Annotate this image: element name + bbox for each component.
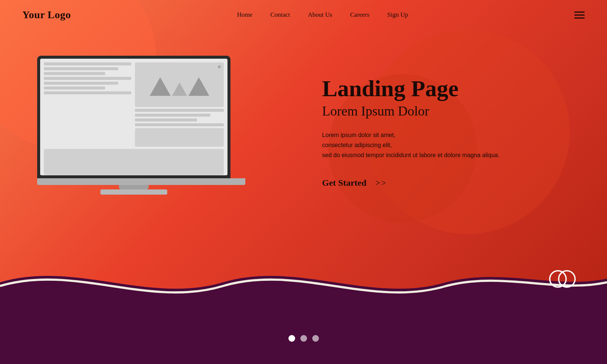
screen-line-2 (44, 67, 118, 70)
cta-label[interactable]: Get Started (322, 178, 367, 188)
screen-right-line-1 (135, 109, 224, 112)
mountain-big-2 (188, 77, 209, 96)
hamburger-menu[interactable] (574, 12, 585, 19)
mountain-icon (150, 77, 209, 96)
rings-icon (548, 264, 577, 294)
hero-body: Lorem ipsum dolor sit amet, consectetur … (322, 130, 585, 160)
screen-image-dot (218, 65, 221, 68)
rings-decoration (548, 264, 577, 295)
hero-left (22, 56, 293, 201)
svg-point-0 (550, 271, 566, 287)
screen-right-line-2 (135, 114, 210, 117)
hero-title: Landing Page (322, 76, 585, 101)
nav-item-home[interactable]: Home (237, 11, 253, 18)
mountain-big (150, 77, 171, 96)
laptop-foot (100, 189, 167, 195)
screen-line-5 (44, 82, 118, 85)
slide-dot-2[interactable] (300, 335, 307, 342)
screen-right-line-3 (135, 118, 197, 121)
screen-content-left (44, 62, 133, 147)
laptop-stand (119, 185, 149, 189)
screen-small-block (135, 128, 224, 147)
screen-line-7 (44, 91, 131, 94)
slide-dot-3[interactable] (312, 335, 319, 342)
slide-dot-1[interactable] (288, 335, 295, 342)
laptop-illustration (30, 56, 238, 201)
screen-line-3 (44, 72, 105, 75)
screen-line-1 (44, 62, 131, 65)
nav-item-about[interactable]: About Us (308, 11, 332, 18)
screen-line-6 (44, 87, 105, 90)
nav-item-careers[interactable]: Careers (350, 11, 369, 18)
screen-line-4 (44, 77, 131, 80)
cta-area: Get Started >> (322, 178, 585, 188)
nav-links: Home Contact About Us Careers Sign Up (237, 11, 408, 19)
laptop-screen-inner (40, 59, 227, 175)
svg-point-1 (559, 271, 575, 287)
nav-item-contact[interactable]: Contact (270, 11, 290, 18)
mountain-small-left (172, 82, 187, 96)
cta-arrow[interactable]: >> (375, 178, 387, 188)
screen-right-line-4 (135, 123, 224, 126)
screen-wide-block (44, 149, 224, 175)
hero-subtitle: Lorem Ipsum Dolor (322, 103, 585, 119)
screen-image (135, 62, 224, 107)
navbar: Your Logo Home Contact About Us Careers … (0, 0, 607, 30)
laptop-screen (37, 56, 230, 178)
screen-content-right (135, 62, 224, 147)
hero-right: Landing Page Lorem Ipsum Dolor Lorem ips… (293, 68, 585, 188)
nav-item-signup[interactable]: Sign Up (387, 11, 408, 18)
slide-dots (288, 335, 319, 342)
logo[interactable]: Your Logo (22, 9, 71, 21)
hero-section: Landing Page Lorem Ipsum Dolor Lorem ips… (0, 30, 607, 227)
laptop-base (37, 178, 245, 185)
